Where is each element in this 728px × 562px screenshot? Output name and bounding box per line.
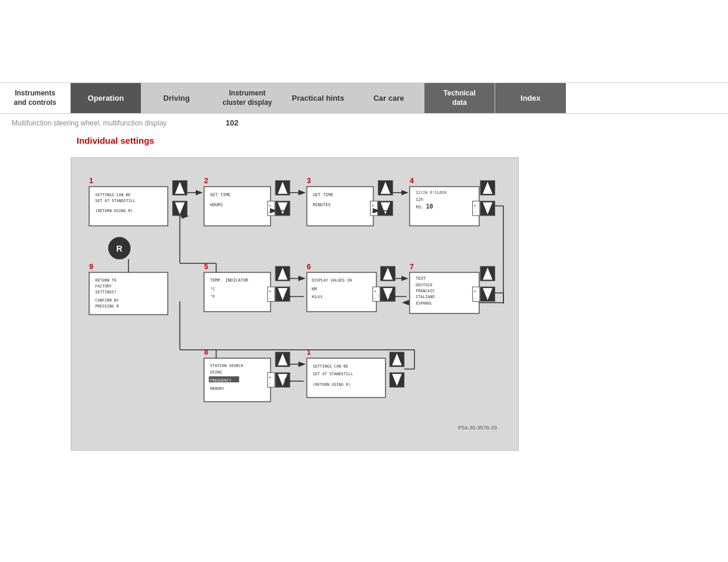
breadcrumb: Multifunction steering wheel, multifunct… — [0, 114, 728, 132]
svg-text:PRESSING R: PRESSING R — [95, 304, 119, 309]
svg-text:DEUTSCH: DEUTSCH — [416, 283, 432, 287]
svg-text:7: 7 — [410, 263, 414, 271]
svg-text:GET TIME: GET TIME — [313, 192, 333, 197]
diagram-container: 1 SETTINGS CAN BE SET AT STANDSTILL (RET… — [71, 157, 519, 450]
svg-text:TEXT: TEXT — [416, 276, 426, 281]
svg-text:4: 4 — [410, 177, 414, 185]
svg-text:HOURS: HOURS — [210, 202, 223, 207]
svg-text:FACTORY: FACTORY — [95, 284, 112, 289]
nav-item-operation[interactable]: Operation — [71, 83, 141, 113]
svg-text:SET TIME: SET TIME — [210, 192, 230, 197]
nav-bar: Instrumentsand controls Operation Drivin… — [0, 82, 728, 114]
svg-text:MEMORY: MEMORY — [210, 387, 224, 392]
svg-text:FREQUENCY: FREQUENCY — [210, 378, 231, 383]
page-number: 102 — [226, 118, 239, 127]
svg-text:MILES: MILES — [312, 295, 323, 299]
nav-item-instruments[interactable]: Instrumentsand controls — [0, 83, 71, 113]
svg-text:1: 1 — [89, 177, 93, 185]
nav-item-technical-data[interactable]: Technicaldata — [424, 83, 495, 113]
svg-text:+: + — [269, 204, 271, 209]
svg-text:3: 3 — [307, 177, 311, 185]
svg-text:P54.30-3576-29: P54.30-3576-29 — [458, 425, 497, 431]
svg-text:(RETURN USING R): (RETURN USING R) — [313, 382, 351, 387]
svg-text:+: + — [269, 289, 271, 294]
svg-text:9: 9 — [89, 263, 93, 271]
svg-text:2: 2 — [204, 177, 208, 185]
svg-text:SET AT STANDSTILL: SET AT STANDSTILL — [313, 372, 353, 376]
svg-text:R: R — [116, 244, 123, 254]
svg-text:ESPANOL: ESPANOL — [416, 301, 432, 306]
svg-text:DISPLAY VALUES IN: DISPLAY VALUES IN — [312, 278, 352, 283]
section-title: Individual settings — [0, 132, 728, 151]
nav-item-index[interactable]: Index — [495, 83, 566, 113]
breadcrumb-text: Multifunction steering wheel, multifunct… — [12, 119, 167, 127]
svg-text:+: + — [374, 289, 376, 294]
svg-text:SETTINGS CAN BE: SETTINGS CAN BE — [313, 365, 348, 369]
svg-text:SET AT STANDSTILL: SET AT STANDSTILL — [95, 199, 136, 204]
svg-text:(RETURN USING R): (RETURN USING R) — [95, 209, 133, 213]
svg-text:+: + — [474, 204, 476, 209]
nav-item-driving[interactable]: Driving — [141, 83, 212, 113]
svg-text:CONFIRM BY: CONFIRM BY — [95, 298, 119, 303]
svg-text:6: 6 — [307, 263, 311, 271]
svg-text:SETTINGS?: SETTINGS? — [95, 290, 117, 295]
svg-text:°C: °C — [210, 286, 215, 292]
svg-text:12/24 O'CLOCK: 12/24 O'CLOCK — [416, 190, 446, 195]
svg-text:KM: KM — [312, 286, 317, 292]
svg-text:USING: USING — [210, 370, 222, 375]
svg-text:ITALIANO: ITALIANO — [416, 295, 434, 300]
svg-text:+: + — [371, 204, 374, 209]
svg-text:+: + — [269, 375, 271, 380]
svg-text:+: + — [474, 289, 476, 294]
nav-item-practical-hints[interactable]: Practical hints — [283, 83, 354, 113]
svg-text:°F: °F — [210, 295, 215, 300]
svg-text:5: 5 — [204, 263, 208, 271]
nav-item-car-care[interactable]: Car care — [354, 83, 424, 113]
svg-text:SETTINGS CAN BE: SETTINGS CAN BE — [95, 193, 131, 197]
svg-text:MINUTES: MINUTES — [313, 202, 331, 207]
nav-item-instrument-cluster[interactable]: Instrumentcluster display — [212, 83, 283, 113]
diagram-svg: 1 SETTINGS CAN BE SET AT STANDSTILL (RET… — [83, 170, 506, 435]
svg-text:12h: 12h — [416, 197, 423, 203]
svg-text:RETURN TO: RETURN TO — [95, 278, 117, 283]
svg-text:FRANCAIS: FRANCAIS — [416, 289, 434, 293]
svg-text:STATION SEARCH: STATION SEARCH — [210, 364, 243, 369]
svg-text:TEMP. INDICATOR: TEMP. INDICATOR — [210, 277, 248, 283]
